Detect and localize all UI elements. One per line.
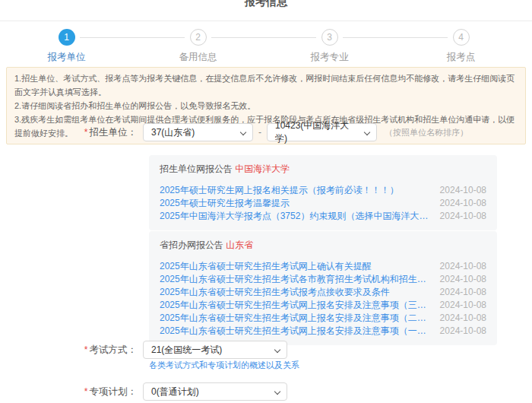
chevron-down-icon [240, 129, 246, 135]
special-plan-select[interactable]: 0(普通计划) [143, 382, 287, 401]
unit-name-highlight: 中国海洋大学 [235, 163, 290, 174]
notice-link[interactable]: 2025年山东省硕士研究生招生考试网上报名安排及注意事项（一）——报考点情况说明 [160, 325, 431, 338]
province-name-highlight: 山东省 [226, 240, 253, 250]
step-1-circle: 1 [59, 29, 75, 46]
notice-date: 2024-10-08 [440, 312, 486, 325]
province-select-value: 37(山东省) [151, 126, 195, 139]
sort-order-note: （按照单位名称排序） [385, 127, 468, 138]
step-3-circle: 3 [321, 29, 338, 46]
step-major[interactable]: 3 报考专业 [264, 29, 395, 64]
notice-date: 2024-10-08 [440, 184, 486, 197]
recruit-unit-label: *招生单位： [0, 126, 143, 139]
notice-line-2: 2.请仔细阅读省招办和招生单位的网报公告，以免导致报名无效。 [14, 99, 518, 113]
notice-date: 2024-10-08 [440, 197, 486, 210]
province-notices-header: 省招办网报公告 山东省 [160, 239, 486, 252]
unit-notices-box: 招生单位网报公告 中国海洋大学 2025年硕士研究生网上报名相关提示（报考前必读… [149, 155, 497, 230]
required-asterisk: * [84, 386, 88, 397]
notice-link-row: 2025年山东省硕士研究生招生考试网上报名安排及注意事项（三）——其他提示 20… [160, 299, 486, 312]
special-plan-select-value: 0(普通计划) [151, 386, 199, 398]
page-title: 报考信息 [0, 0, 532, 9]
notice-date: 2024-10-08 [440, 325, 486, 338]
exam-method-select[interactable]: 21(全国统一考试) [143, 341, 287, 359]
notice-link[interactable]: 2025年硕士研究生网上报名相关提示（报考前必读！！！） [160, 184, 399, 197]
notice-link[interactable]: 2025年山东省硕士研究生招生考试各市教育招生考试机构和招生单位联系方式 [160, 273, 431, 286]
province-notices-list: 2025年山东省硕士研究生招生考试网上确认有关提醒 2024-10-08 202… [160, 260, 486, 338]
step-backup-info[interactable]: 2 备用信息 [132, 29, 264, 64]
province-select[interactable]: 37(山东省) [143, 123, 253, 141]
exam-method-row: *考试方式： 21(全国统一考试) [0, 341, 287, 359]
header-divider [0, 21, 532, 21]
step-1-label: 报考单位 [1, 51, 132, 64]
step-unit[interactable]: 1 报考单位 [1, 29, 132, 64]
unit-notices-list: 2025年硕士研究生网上报名相关提示（报考前必读！！！） 2024-10-08 … [160, 184, 486, 223]
chevron-down-icon [274, 389, 280, 395]
notice-link[interactable]: 2025年山东省硕士研究生招生考试网上报名安排及注意事项（二）——报名注意事项 [160, 312, 431, 325]
notice-link-row: 2025年中国海洋大学报考点（3752）约束规则（选择中国海洋大学做报考点的考生… [160, 210, 486, 223]
chevron-down-icon [274, 347, 280, 353]
notice-link[interactable]: 2025年山东省硕士研究生招生考试网上确认有关提醒 [160, 260, 372, 273]
step-exam-site[interactable]: 4 报考点 [395, 29, 527, 64]
required-asterisk: * [84, 127, 88, 138]
notice-link-row: 2025年山东省硕士研究生招生考试网上报名安排及注意事项（一）——报考点情况说明… [160, 325, 486, 338]
exam-method-help-link[interactable]: 各类考试方式和专项计划的概述以及关系 [149, 360, 299, 371]
exam-method-select-value: 21(全国统一考试) [151, 344, 222, 357]
unit-select-value: 10423(中国海洋大学) [275, 119, 358, 145]
step-2-circle: 2 [190, 29, 207, 46]
notice-link-row: 2025年山东省硕士研究生招生考试报考点接收要求及条件 2024-10-08 [160, 286, 486, 299]
recruit-unit-row: *招生单位： 37(山东省) - 10423(中国海洋大学) （按照单位名称排序… [0, 123, 468, 141]
notice-date: 2024-10-08 [440, 260, 486, 273]
notice-link[interactable]: 2025年硕士研究生报考温馨提示 [160, 197, 290, 210]
stepper: 1 报考单位 2 备用信息 3 报考专业 4 报考点 [1, 29, 531, 64]
special-plan-label: *专项计划： [0, 386, 143, 398]
province-notices-box: 省招办网报公告 山东省 2025年山东省硕士研究生招生考试网上确认有关提醒 20… [149, 231, 497, 345]
notice-line-1: 1.招生单位、考试方式、报考点等为报考关键信息，在提交信息后不允许修改，网报时间… [14, 71, 518, 99]
step-4-circle: 4 [453, 29, 470, 46]
notice-link[interactable]: 2025年山东省硕士研究生招生考试报考点接收要求及条件 [160, 286, 390, 299]
notice-link-row: 2025年山东省硕士研究生招生考试网上确认有关提醒 2024-10-08 [160, 260, 486, 273]
unit-select[interactable]: 10423(中国海洋大学) [267, 123, 377, 141]
notice-link[interactable]: 2025年山东省硕士研究生招生考试网上报名安排及注意事项（三）——其他提示 [160, 299, 431, 312]
notice-date: 2024-10-08 [440, 210, 486, 223]
notice-date: 2024-10-08 [440, 299, 486, 312]
step-3-label: 报考专业 [264, 51, 395, 64]
select-separator: - [258, 127, 261, 138]
special-plan-row: *专项计划： 0(普通计划) [0, 382, 287, 401]
unit-notices-header: 招生单位网报公告 中国海洋大学 [160, 163, 486, 176]
exam-method-label: *考试方式： [0, 344, 143, 357]
notice-link[interactable]: 2025年中国海洋大学报考点（3752）约束规则（选择中国海洋大学做报考点的考生… [160, 210, 431, 223]
required-asterisk: * [84, 344, 88, 355]
notice-link-row: 2025年山东省硕士研究生招生考试网上报名安排及注意事项（二）——报名注意事项 … [160, 312, 486, 325]
notice-link-row: 2025年山东省硕士研究生招生考试各市教育招生考试机构和招生单位联系方式 202… [160, 273, 486, 286]
notice-date: 2024-10-08 [440, 273, 486, 286]
chevron-down-icon [364, 129, 370, 135]
step-4-label: 报考点 [395, 51, 527, 64]
notice-link-row: 2025年硕士研究生网上报名相关提示（报考前必读！！！） 2024-10-08 [160, 184, 486, 197]
step-2-label: 备用信息 [132, 51, 264, 64]
notice-date: 2024-10-08 [440, 286, 486, 299]
notice-link-row: 2025年硕士研究生报考温馨提示 2024-10-08 [160, 197, 486, 210]
